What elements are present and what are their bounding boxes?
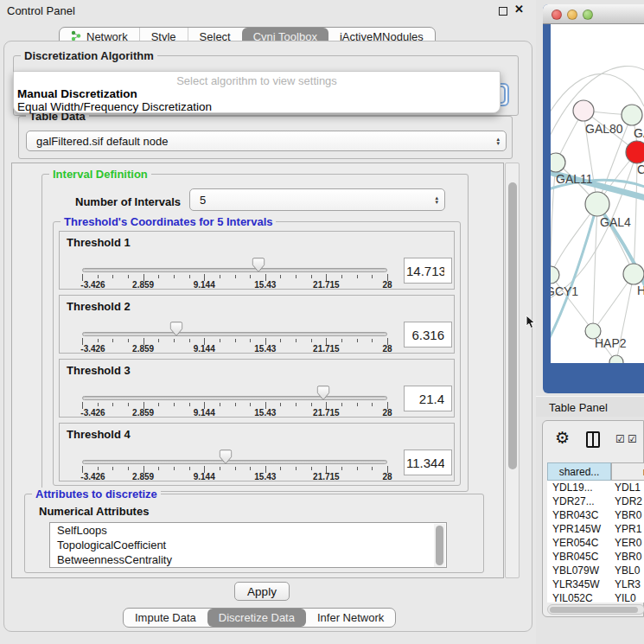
table-data-group: Table Data galFiltered.sif default node …	[18, 116, 513, 159]
slider-tick	[296, 467, 296, 470]
list-scrollbar[interactable]	[434, 524, 445, 568]
table-toolbar: ⚙ ☑ ☑	[543, 424, 644, 456]
table-row[interactable]: YBL079WYBL0	[547, 564, 644, 577]
columns-icon[interactable]	[586, 431, 600, 448]
tab-infer-network[interactable]: Infer Network	[306, 609, 395, 627]
table-row[interactable]: YER054CYER0	[547, 536, 644, 550]
apply-button[interactable]: Apply	[234, 582, 290, 601]
stepper-icon[interactable]: ▴▾	[435, 195, 438, 204]
slider-thumb[interactable]	[219, 450, 232, 464]
columns-icon-divider	[592, 433, 594, 446]
dropdown-option[interactable]: Manual Discretization	[17, 87, 496, 100]
threshold-value-input[interactable]	[404, 322, 452, 348]
vertical-scrollbar[interactable]	[505, 163, 520, 578]
tick-label: -3.426	[80, 408, 105, 418]
threshold-slider[interactable]: -3.4262.8599.14415.4321.71528	[82, 360, 387, 418]
threshold-value-input[interactable]	[404, 450, 452, 475]
dropdown-hint: Select algorithm to view settings	[14, 74, 500, 87]
stepper-icon[interactable]: ▴▾	[496, 137, 500, 145]
threshold-value-input[interactable]	[404, 386, 452, 411]
slider-tick	[98, 275, 99, 278]
tab-discretize-data[interactable]: Discretize Data	[207, 609, 306, 627]
dropdown-option[interactable]: Equal Width/Frequency Discretization	[17, 100, 496, 113]
cyni-toolbox-panel: Discretization Algorithm Select algorith…	[3, 41, 532, 632]
slider-tick	[220, 403, 220, 406]
slider-track[interactable]	[82, 460, 387, 464]
table-panel-titlebar: Table Panel	[536, 396, 644, 417]
table-row[interactable]: YLR345WYLR3	[547, 577, 644, 591]
close-icon[interactable]: ✕	[514, 3, 524, 16]
network-edge	[551, 204, 597, 275]
network-node-gal11[interactable]	[551, 153, 565, 172]
threshold-slider[interactable]: -3.4262.8599.14415.4321.71528	[82, 232, 387, 290]
tick-label: 21.715	[313, 344, 340, 354]
threshold-panel: Threshold 4 -3.4262.8599.14415.4321.7152…	[59, 423, 455, 481]
slider-tick	[250, 339, 251, 342]
node-table[interactable]: shared...n YDL19...YDL1YDR27...YDR2YBR04…	[547, 462, 644, 603]
network-node-ga[interactable]	[622, 105, 642, 125]
control-panel: Control Panel ✕ NetworkStyleSelectCyni T…	[0, 0, 536, 644]
table-row[interactable]: YDL19...YDL1	[547, 481, 644, 494]
slider-tick	[341, 467, 342, 470]
tick-label: 9.144	[194, 344, 215, 354]
table-data-combobox[interactable]: galFiltered.sif default node ▴▾	[26, 131, 507, 151]
scrollbar-thumb[interactable]	[508, 182, 517, 469]
table-cell: YBL0	[611, 564, 640, 577]
list-item[interactable]: TopologicalCoefficient	[50, 538, 446, 552]
minimize-traffic-light-icon[interactable]	[567, 10, 577, 20]
close-traffic-light-icon[interactable]	[552, 10, 562, 20]
threshold-value-input[interactable]	[404, 258, 452, 284]
network-canvas[interactable]: GAL80GACGAL11GAL4GCY1HHAP2	[551, 24, 644, 363]
slider-tick	[128, 403, 129, 406]
network-node-gal80[interactable]	[573, 100, 594, 121]
network-graph[interactable]: GAL80GACGAL11GAL4GCY1HHAP2	[551, 24, 644, 363]
slider-tick	[357, 467, 358, 470]
table-row[interactable]: YPR145WYPR1	[547, 522, 644, 536]
algorithm-group-title: Discretization Algorithm	[21, 49, 157, 62]
slider-track[interactable]	[82, 268, 387, 272]
slider-track[interactable]	[82, 396, 387, 400]
column-header[interactable]: shared...	[547, 462, 611, 481]
slider-thumb[interactable]	[170, 322, 183, 336]
table-row[interactable]: YBR045CYBR0	[547, 550, 644, 564]
slider-tick	[174, 403, 175, 406]
table-cell: YDL19...	[547, 481, 611, 494]
number-of-intervals-combobox[interactable]: 5 ▴▾	[189, 188, 445, 211]
network-node-gal4[interactable]	[585, 192, 609, 216]
slider-tick	[128, 467, 129, 470]
tick-label: -3.426	[80, 280, 105, 290]
threshold-slider[interactable]: -3.4262.8599.14415.4321.71528	[82, 424, 387, 482]
network-node-h[interactable]	[623, 264, 644, 284]
table-row[interactable]: YBR043CYBR0	[547, 508, 644, 522]
stepper-down-icon[interactable]: ▾	[496, 141, 500, 145]
scrollbar-thumb[interactable]	[436, 526, 443, 565]
float-window-icon[interactable]	[499, 7, 507, 16]
gear-icon[interactable]: ⚙	[555, 428, 570, 448]
numerical-attributes-list[interactable]: SelfLoopsTopologicalCoefficientBetweenne…	[49, 522, 447, 568]
network-view-window: GAL80GACGAL11GAL4GCY1HHAP2	[543, 4, 644, 393]
slider-tick	[112, 275, 113, 278]
threshold-slider[interactable]: -3.4262.8599.14415.4321.71528	[82, 296, 387, 354]
stepper-down-icon[interactable]: ▾	[435, 200, 438, 204]
slider-thumb[interactable]	[316, 386, 329, 400]
column-header[interactable]: n	[611, 462, 644, 481]
list-item[interactable]: BetweennessCentrality	[50, 552, 446, 567]
slider-thumb[interactable]	[252, 258, 265, 272]
network-node-gcy1[interactable]	[551, 266, 559, 284]
checkbox-icon[interactable]: ☑	[615, 433, 625, 445]
table-row[interactable]: YDR27...YDR2	[547, 494, 644, 508]
slider-tick	[372, 339, 373, 342]
tick-label: 2.859	[132, 408, 154, 418]
tab-impute-data[interactable]: Impute Data	[124, 609, 207, 627]
slider-tick	[220, 275, 220, 278]
scrollbar-thumb[interactable]	[550, 607, 638, 613]
threshold-panel: Threshold 3 -3.4262.8599.14415.4321.7152…	[59, 359, 455, 418]
network-window-titlebar[interactable]	[543, 4, 644, 24]
slider-track[interactable]	[82, 332, 387, 336]
horizontal-scrollbar[interactable]	[547, 604, 644, 615]
zoom-traffic-light-icon[interactable]	[583, 10, 593, 20]
network-node-c[interactable]	[626, 141, 644, 163]
table-row[interactable]: YIL052CYIL0	[547, 591, 644, 603]
list-item[interactable]: SelfLoops	[50, 523, 446, 538]
checkbox-icon[interactable]: ☑	[628, 433, 637, 445]
